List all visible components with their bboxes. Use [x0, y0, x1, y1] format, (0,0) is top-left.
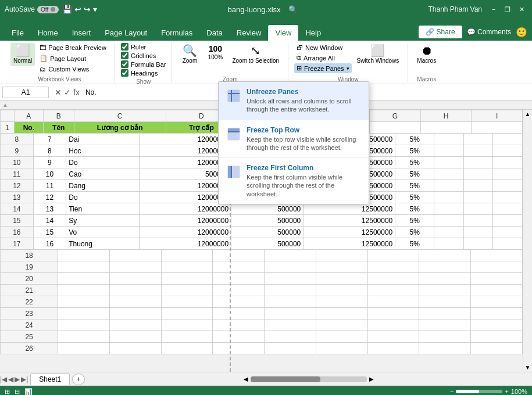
ruler-check[interactable]: Ruler — [121, 43, 166, 51]
empty-cell[interactable] — [471, 319, 523, 331]
nav-prev[interactable]: ◀ — [8, 375, 13, 383]
btn-normal[interactable]: ⬜ Normal — [10, 43, 35, 66]
cell-a10[interactable]: 9 — [33, 157, 66, 168]
empty-cell[interactable] — [109, 273, 161, 285]
btn-new-window[interactable]: 🗗 New Window — [294, 43, 351, 52]
empty-cell[interactable] — [161, 308, 213, 319]
cell-a12[interactable]: 11 — [33, 180, 66, 192]
btn-custom-views[interactable]: 🗂 Custom Views — [37, 64, 109, 74]
name-box[interactable] — [2, 87, 49, 98]
cell-a11[interactable]: 10 — [33, 168, 66, 180]
freeze-first-col-item[interactable]: Freeze First Column Keep the first colum… — [219, 158, 369, 204]
cell-d15[interactable]: 500000 — [231, 215, 304, 227]
empty-cell[interactable] — [213, 250, 265, 261]
cell-a13[interactable]: 12 — [33, 192, 66, 203]
btn-switch-windows[interactable]: ⬜ Switch Windows — [354, 43, 402, 66]
cancel-formula-icon[interactable]: ✕ — [55, 88, 62, 97]
cell-i14[interactable] — [493, 203, 523, 215]
cell-a1[interactable]: No. — [15, 122, 44, 134]
empty-cell[interactable] — [213, 285, 265, 296]
cell-g16[interactable] — [434, 227, 463, 238]
cell-f14[interactable]: 5% — [395, 203, 434, 215]
redo-icon[interactable]: ↪ — [84, 5, 91, 14]
cell-i12[interactable] — [493, 180, 523, 192]
tab-help[interactable]: Help — [298, 25, 328, 41]
empty-cell[interactable] — [213, 331, 265, 343]
empty-cell[interactable] — [316, 308, 367, 319]
zoom-out-btn[interactable]: − — [450, 388, 454, 395]
empty-cell[interactable] — [265, 261, 316, 273]
cell-i8[interactable] — [493, 134, 523, 145]
cell-c11[interactable]: 500000 — [140, 168, 231, 180]
cell-c1[interactable]: Lương cơ bản — [74, 122, 166, 134]
cell-a15[interactable]: 14 — [33, 215, 66, 227]
btn-arrange-all[interactable]: ⧉ Arrange All — [294, 53, 351, 63]
cell-b17[interactable]: Thuong — [66, 238, 140, 250]
btn-page-break[interactable]: 🗔 Page Break Preview — [37, 43, 109, 52]
cell-d17[interactable]: 500000 — [231, 238, 304, 250]
empty-cell[interactable] — [161, 296, 213, 308]
formula-bar-checkbox[interactable] — [121, 60, 128, 68]
tab-review[interactable]: Review — [230, 25, 269, 41]
empty-cell[interactable] — [316, 250, 367, 261]
empty-cell[interactable] — [367, 261, 419, 273]
empty-cell[interactable] — [109, 343, 161, 354]
autosave-toggle[interactable]: Off — [37, 6, 59, 13]
empty-cell[interactable] — [265, 250, 316, 261]
empty-cell[interactable] — [419, 343, 471, 354]
cell-h13[interactable] — [463, 192, 493, 203]
cell-h8[interactable] — [463, 134, 493, 145]
btn-zoom-selection[interactable]: ⤡ Zoom to Selection — [229, 43, 282, 66]
cell-h17[interactable] — [463, 238, 493, 250]
cell-b15[interactable]: Sy — [66, 215, 140, 227]
empty-cell[interactable] — [58, 308, 110, 319]
scroll-up-btn[interactable]: ▲ — [525, 111, 531, 117]
cell-c9[interactable]: 12000000 — [140, 145, 231, 157]
cell-i13[interactable] — [493, 192, 523, 203]
cell-c10[interactable]: 12000000 — [140, 157, 231, 168]
minimize-button[interactable]: − — [488, 3, 499, 15]
empty-cell[interactable] — [161, 331, 213, 343]
cell-b8[interactable]: Dai — [66, 134, 140, 145]
cell-a9[interactable]: 8 — [33, 145, 66, 157]
cell-a16[interactable]: 15 — [33, 227, 66, 238]
h-scroll-area[interactable]: ◀ ▶ — [85, 376, 532, 382]
empty-cell[interactable] — [471, 343, 523, 354]
cell-i10[interactable] — [493, 157, 523, 168]
sheet-tab-sheet1[interactable]: Sheet1 — [30, 374, 70, 385]
empty-cell[interactable] — [367, 308, 419, 319]
cell-h15[interactable] — [463, 215, 493, 227]
h-scrollbar-thumb[interactable] — [251, 376, 320, 382]
cell-i15[interactable] — [493, 215, 523, 227]
empty-cell[interactable] — [316, 296, 367, 308]
empty-cell[interactable] — [109, 308, 161, 319]
zoom-slider-track[interactable] — [456, 390, 502, 393]
empty-cell[interactable] — [58, 285, 110, 296]
more-icon[interactable]: ▾ — [93, 5, 97, 14]
empty-cell[interactable] — [316, 285, 367, 296]
empty-cell[interactable] — [109, 261, 161, 273]
btn-macros[interactable]: ⏺ Macros — [414, 43, 439, 66]
cell-e17[interactable]: 12500000 — [304, 238, 395, 250]
cell-i11[interactable] — [493, 168, 523, 180]
comments-button[interactable]: 💬 Comments — [467, 28, 511, 36]
empty-cell[interactable] — [265, 308, 316, 319]
empty-cell[interactable] — [419, 273, 471, 285]
empty-cell[interactable] — [109, 296, 161, 308]
empty-cell[interactable] — [58, 273, 110, 285]
zoom-in-btn[interactable]: + — [505, 388, 508, 395]
empty-cell[interactable] — [213, 273, 265, 285]
gridlines-check[interactable]: Gridlines — [121, 52, 166, 59]
ruler-checkbox[interactable] — [121, 43, 128, 51]
autosave-area[interactable]: AutoSave Off — [5, 5, 59, 13]
cell-g12[interactable] — [434, 180, 463, 192]
save-icon[interactable]: 💾 — [62, 5, 72, 14]
scroll-right-btn[interactable]: ▶ — [369, 376, 374, 382]
empty-cell[interactable] — [58, 319, 110, 331]
empty-cell[interactable] — [161, 273, 213, 285]
empty-cell[interactable] — [419, 250, 471, 261]
empty-cell[interactable] — [109, 319, 161, 331]
cell-b13[interactable]: Do — [66, 192, 140, 203]
cell-g13[interactable] — [434, 192, 463, 203]
cell-g11[interactable] — [434, 168, 463, 180]
